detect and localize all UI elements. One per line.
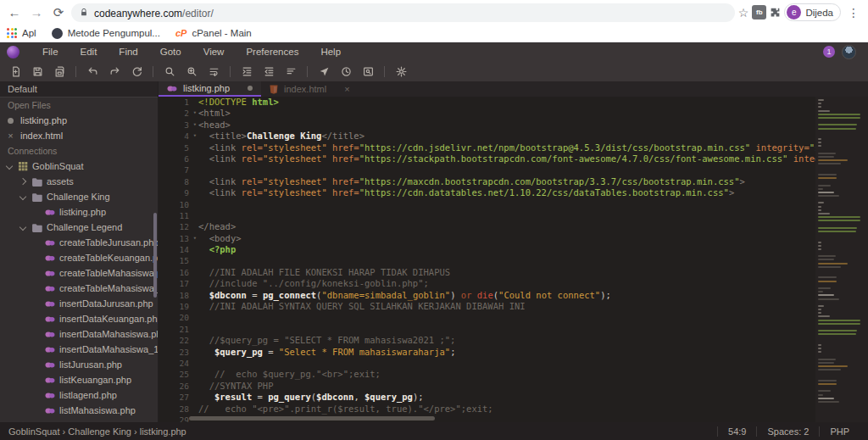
menu-goto[interactable]: Goto	[149, 47, 192, 57]
menu-file[interactable]: File	[31, 47, 70, 57]
tab-listking-php[interactable]: listking.php	[159, 81, 261, 97]
code-text	[198, 324, 821, 335]
history-icon[interactable]	[336, 64, 356, 79]
code-text	[198, 164, 821, 175]
fold-marker-icon[interactable]: ▾	[193, 131, 197, 142]
bookmark-item[interactable]: Metode Pengumpul...	[52, 28, 160, 39]
menu-find[interactable]: Find	[108, 47, 148, 57]
language-mode[interactable]: PHP	[819, 426, 860, 437]
code-line: 17 //include "../config/koneksi-goblin.p…	[159, 278, 821, 289]
tree-item-php[interactable]: createTableJurusan.php	[0, 235, 158, 250]
preview-icon[interactable]	[358, 64, 378, 79]
chevron-down-icon[interactable]	[19, 224, 26, 231]
redo-icon[interactable]	[104, 64, 125, 79]
php-icon	[45, 209, 55, 216]
code-editor[interactable]: 1<!DOCTYPE html>2▾<html>3▾<head>4▾ <titl…	[159, 97, 868, 422]
tree-item-php[interactable]: listlagend.php	[0, 387, 158, 403]
settings-icon[interactable]	[391, 64, 411, 79]
code-text: <head>	[198, 120, 821, 131]
tree-item-label: listJurusan.php	[59, 359, 122, 370]
menu-preferences[interactable]: Preferences	[235, 47, 309, 57]
save-all-icon[interactable]	[49, 64, 70, 79]
indent-icon[interactable]	[236, 64, 257, 79]
user-avatar[interactable]	[842, 45, 856, 59]
apps-grid-icon	[7, 28, 17, 38]
sidebar-scrollbar[interactable]	[153, 213, 157, 298]
tree-item-php[interactable]: createTableKeuangan.php	[0, 250, 158, 265]
sort-lines-icon[interactable]	[281, 64, 301, 79]
code-text: <?php	[198, 244, 821, 255]
run-icon[interactable]	[314, 64, 334, 79]
chevron-down-icon[interactable]	[19, 193, 26, 200]
reload-icon[interactable]: ⟳	[49, 3, 68, 22]
url-bar[interactable]: codeanywhere.com/editor/	[71, 3, 735, 22]
workspace-selector[interactable]: Default	[0, 81, 158, 97]
menu-help[interactable]: Help	[309, 47, 352, 57]
folder-icon	[31, 177, 42, 187]
bookmark-star-icon[interactable]: ☆	[738, 6, 749, 19]
save-icon[interactable]	[27, 64, 47, 79]
tree-item-php[interactable]: listJurusan.php	[0, 357, 158, 372]
browser-menu-icon[interactable]: ⋮	[844, 6, 863, 19]
notification-badge[interactable]: 1	[823, 46, 835, 58]
horizontal-scrollbar[interactable]	[189, 416, 817, 421]
tree-item-server[interactable]: GoblinSquat	[0, 159, 158, 174]
minimap-line	[818, 305, 824, 307]
chevron-right-icon[interactable]	[19, 178, 26, 185]
minimap-line	[818, 312, 821, 314]
tree-item-php[interactable]: createTableMahasiswa.php	[0, 265, 158, 281]
tree-item-php[interactable]: insertDataMahasiswa_1.php	[0, 342, 158, 357]
tree-item-folder[interactable]: Challenge Legend	[0, 220, 158, 235]
refresh-icon[interactable]	[126, 64, 147, 79]
extensions-puzzle-icon[interactable]	[770, 7, 781, 18]
menu-view[interactable]: View	[192, 47, 236, 57]
code-line: 18 $dbconn = pg_connect("dbname=simbadal…	[159, 290, 821, 301]
fold-marker-icon[interactable]: ▾	[193, 120, 197, 131]
minimap-line	[818, 159, 848, 161]
search-plus-icon[interactable]	[181, 64, 202, 79]
bookmark-item[interactable]: Apl	[7, 28, 36, 38]
outdent-icon[interactable]	[259, 64, 279, 79]
new-file-icon[interactable]	[5, 64, 25, 79]
close-file-icon[interactable]: ×	[8, 131, 14, 141]
tree-item-php[interactable]: createTableMahasiswa_1.php	[0, 281, 158, 296]
minimap[interactable]	[815, 97, 868, 422]
minimap-line	[818, 348, 821, 349]
tree-item-folder[interactable]: Challenge King	[0, 189, 158, 204]
tree-item-php[interactable]: listMahasiswa.php	[0, 403, 158, 418]
search-icon[interactable]	[159, 64, 180, 79]
code-line: 21	[159, 324, 821, 335]
minimap-line	[818, 270, 865, 271]
menu-edit[interactable]: Edit	[70, 47, 108, 57]
tree-item-php[interactable]: listKeuangan.php	[0, 372, 158, 387]
cursor-position[interactable]: 54:9	[717, 426, 756, 437]
undo-icon[interactable]	[82, 64, 103, 79]
fold-marker-icon[interactable]: ▾	[193, 108, 197, 119]
tab-index-html[interactable]: index.html×	[261, 81, 359, 97]
minimap-line	[818, 309, 821, 310]
line-number: 21	[159, 324, 198, 335]
extension-icon[interactable]: fb	[752, 5, 766, 19]
open-file-item[interactable]: ×index.html	[0, 128, 158, 143]
tree-item-php[interactable]: insertDataJurusan.php	[0, 296, 158, 311]
minimap-line	[818, 365, 848, 367]
minimap-line	[818, 263, 848, 265]
profile-button[interactable]: e Dijeda	[784, 3, 841, 21]
open-file-item[interactable]: listking.php	[0, 113, 158, 128]
word-wrap-icon[interactable]	[203, 64, 224, 79]
tree-item-php[interactable]: listking.php	[0, 204, 158, 220]
fold-marker-icon[interactable]: ▾	[193, 233, 197, 244]
forward-icon[interactable]: →	[27, 3, 46, 22]
tree-item-folder[interactable]: Challenge Mythic	[0, 418, 158, 422]
url-host: codeanywhere.com	[94, 8, 182, 19]
minimap-line	[818, 291, 823, 292]
indent-setting[interactable]: Spaces: 2	[756, 426, 819, 437]
bookmark-item[interactable]: cPcPanel - Main	[175, 28, 252, 38]
back-icon[interactable]: ←	[5, 3, 24, 22]
tree-item-folder[interactable]: assets	[0, 174, 158, 189]
tree-item-php[interactable]: insertDataKeuangan.php	[0, 311, 158, 326]
tree-item-php[interactable]: insertDataMahasiswa.php	[0, 326, 158, 342]
minimap-line	[818, 255, 836, 257]
chevron-down-icon[interactable]	[6, 163, 13, 170]
tab-close-icon[interactable]: ×	[344, 84, 349, 94]
